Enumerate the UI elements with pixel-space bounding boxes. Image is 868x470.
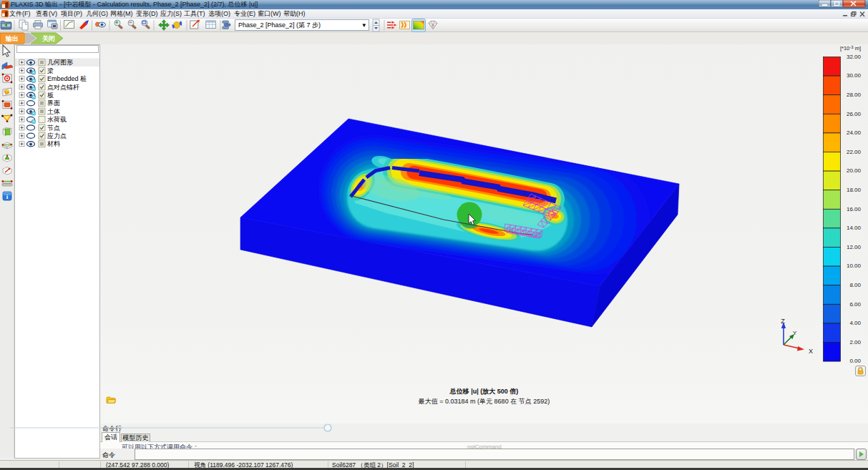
svg-text:板: 板 <box>47 92 54 99</box>
svg-text:材料: 材料 <box>47 140 60 147</box>
svg-text:几何图形: 几何图形 <box>47 59 73 66</box>
svg-text:输出: 输出 <box>5 35 19 42</box>
svg-text:节点: 节点 <box>47 124 60 132</box>
svg-text:界面: 界面 <box>47 99 60 107</box>
svg-text:Embedded 桩: Embedded 桩 <box>47 75 87 82</box>
svg-text:关闭: 关闭 <box>42 35 55 42</box>
svg-text:梁: 梁 <box>47 67 54 74</box>
svg-text:点对点锚杆: 点对点锚杆 <box>47 84 79 91</box>
svg-text:Y: Y <box>793 330 797 336</box>
svg-text:土体: 土体 <box>47 108 60 115</box>
svg-text:水荷载: 水荷载 <box>47 116 67 123</box>
svg-text:应力点: 应力点 <box>47 132 67 139</box>
svg-text:X: X <box>809 348 813 355</box>
svg-text:Z: Z <box>781 318 785 325</box>
